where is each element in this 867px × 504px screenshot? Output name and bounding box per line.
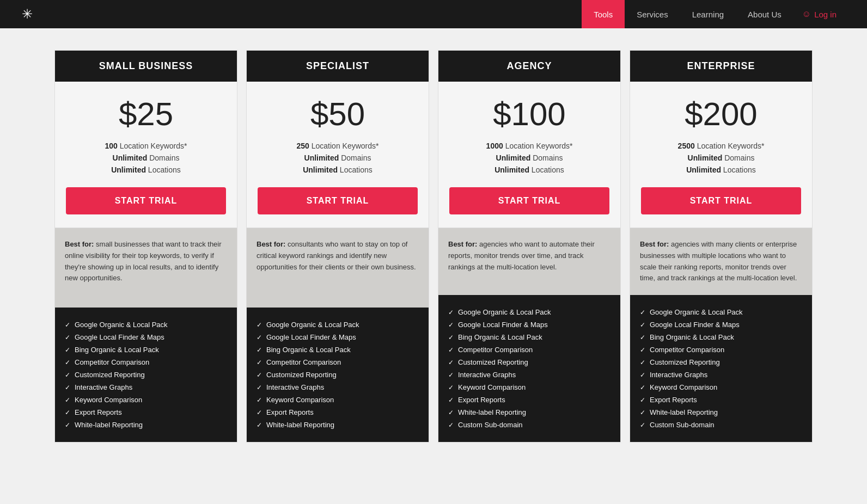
feature-label: Competitor Comparison [75, 358, 149, 366]
feature-label: Export Reports [650, 396, 697, 404]
feature-item: ✓Bing Organic & Local Pack [257, 343, 419, 356]
check-icon: ✓ [257, 334, 262, 341]
feature-item: ✓Interactive Graphs [257, 381, 419, 394]
feature-label: Keyword Comparison [458, 383, 526, 391]
feature-label: Google Local Finder & Maps [458, 321, 548, 329]
feature-label: Interactive Graphs [650, 371, 707, 379]
feature-item: ✓Google Local Finder & Maps [65, 331, 227, 343]
feature-label: White-label Reporting [75, 421, 143, 429]
check-icon: ✓ [65, 396, 70, 404]
check-icon: ✓ [65, 321, 70, 329]
feature-label: Competitor Comparison [650, 346, 724, 354]
person-icon: ☺ [802, 9, 811, 19]
check-icon: ✓ [640, 371, 645, 379]
nav-links: ToolsServicesLearningAbout Us☺Log in [582, 0, 845, 28]
check-icon: ✓ [640, 309, 645, 316]
check-icon: ✓ [65, 421, 70, 429]
feature-item: ✓Customized Reporting [65, 368, 227, 381]
feature-item: ✓Competitor Comparison [65, 356, 227, 368]
locations-item: Unlimited Locations [66, 165, 226, 174]
plan-pricing-enterprise: $2002500 Location Keywords*Unlimited Dom… [630, 82, 812, 228]
feature-item: ✓Google Organic & Local Pack [65, 318, 227, 331]
plan-pricing-agency: $1001000 Location Keywords*Unlimited Dom… [438, 82, 620, 228]
nav-link-about[interactable]: About Us [736, 0, 793, 28]
plan-features-list-enterprise: ✓Google Organic & Local Pack✓Google Loca… [630, 295, 812, 442]
plan-pricing-specialist: $50250 Location Keywords*Unlimited Domai… [247, 82, 429, 228]
feature-item: ✓White-label Reporting [257, 419, 419, 431]
feature-item: ✓Keyword Comparison [257, 394, 419, 406]
start-trial-button-small-business[interactable]: START TRIAL [66, 187, 226, 214]
navigation: ✳ ToolsServicesLearningAbout Us☺Log in [0, 0, 867, 28]
plan-best-for-agency: Best for: agencies who want to automate … [438, 228, 620, 295]
feature-item: ✓Custom Sub-domain [640, 419, 802, 431]
nav-link-services[interactable]: Services [625, 0, 680, 28]
start-trial-button-agency[interactable]: START TRIAL [449, 187, 609, 214]
feature-label: Bing Organic & Local Pack [458, 333, 542, 341]
plan-card-agency: AGENCY$1001000 Location Keywords*Unlimit… [438, 50, 621, 442]
feature-label: Google Organic & Local Pack [458, 308, 551, 316]
feature-label: Custom Sub-domain [458, 421, 523, 429]
feature-label: Competitor Comparison [266, 358, 341, 366]
feature-item: ✓Keyword Comparison [640, 381, 802, 394]
start-trial-button-specialist[interactable]: START TRIAL [258, 187, 418, 214]
domains-item: Unlimited Domains [258, 153, 418, 162]
plan-top-features-specialist: 250 Location Keywords*Unlimited DomainsU… [258, 142, 418, 174]
check-icon: ✓ [448, 359, 454, 366]
feature-label: Google Organic & Local Pack [650, 308, 743, 316]
check-icon: ✓ [448, 334, 454, 341]
feature-item: ✓Export Reports [65, 406, 227, 419]
plan-top-features-agency: 1000 Location Keywords*Unlimited Domains… [449, 142, 609, 174]
feature-label: Interactive Graphs [75, 383, 132, 391]
check-icon: ✓ [448, 409, 454, 416]
plan-header-enterprise: ENTERPRISE [630, 51, 812, 82]
feature-item: ✓White-label Reporting [448, 406, 610, 419]
feature-label: Customized Reporting [458, 358, 528, 366]
plan-best-for-enterprise: Best for: agencies with many clients or … [630, 228, 812, 295]
feature-label: Custom Sub-domain [650, 421, 715, 429]
check-icon: ✓ [448, 371, 454, 379]
login-link[interactable]: ☺Log in [793, 9, 845, 19]
feature-label: Export Reports [75, 408, 122, 416]
feature-item: ✓Google Organic & Local Pack [640, 306, 802, 318]
start-trial-button-enterprise[interactable]: START TRIAL [641, 187, 801, 214]
plan-header-specialist: SPECIALIST [247, 51, 429, 82]
login-label: Log in [814, 10, 837, 19]
plan-pricing-small-business: $25100 Location Keywords*Unlimited Domai… [55, 82, 237, 228]
feature-item: ✓White-label Reporting [65, 419, 227, 431]
nav-link-tools[interactable]: Tools [582, 0, 625, 28]
plan-top-features-small-business: 100 Location Keywords*Unlimited DomainsU… [66, 142, 226, 174]
feature-label: Keyword Comparison [650, 383, 717, 391]
check-icon: ✓ [448, 346, 454, 354]
feature-item: ✓Google Local Finder & Maps [640, 318, 802, 331]
check-icon: ✓ [257, 396, 262, 404]
feature-label: Customized Reporting [266, 371, 337, 379]
keywords-item: 100 Location Keywords* [66, 142, 226, 150]
feature-item: ✓Customized Reporting [640, 356, 802, 368]
plan-price-small-business: $25 [66, 98, 226, 131]
feature-label: Google Local Finder & Maps [75, 333, 164, 341]
feature-label: Competitor Comparison [458, 346, 533, 354]
check-icon: ✓ [448, 321, 454, 329]
plan-header-agency: AGENCY [438, 51, 620, 82]
plan-best-for-small-business: Best for: small businesses that want to … [55, 228, 237, 308]
check-icon: ✓ [448, 421, 454, 429]
plan-top-features-enterprise: 2500 Location Keywords*Unlimited Domains… [641, 142, 801, 174]
feature-item: ✓Export Reports [448, 394, 610, 406]
feature-label: Bing Organic & Local Pack [266, 346, 351, 354]
check-icon: ✓ [448, 384, 454, 391]
feature-item: ✓Competitor Comparison [448, 343, 610, 356]
pricing-grid: SMALL BUSINESS$25100 Location Keywords*U… [54, 50, 813, 442]
nav-link-learning[interactable]: Learning [680, 0, 736, 28]
domains-item: Unlimited Domains [66, 153, 226, 162]
check-icon: ✓ [448, 309, 454, 316]
plan-features-list-agency: ✓Google Organic & Local Pack✓Google Loca… [438, 295, 620, 442]
check-icon: ✓ [448, 396, 454, 404]
feature-item: ✓Interactive Graphs [640, 368, 802, 381]
check-icon: ✓ [257, 321, 262, 329]
feature-item: ✓Google Local Finder & Maps [448, 318, 610, 331]
feature-item: ✓Customized Reporting [257, 368, 419, 381]
keywords-item: 250 Location Keywords* [258, 142, 418, 150]
plan-card-small-business: SMALL BUSINESS$25100 Location Keywords*U… [54, 50, 237, 442]
feature-item: ✓Keyword Comparison [448, 381, 610, 394]
feature-item: ✓Keyword Comparison [65, 394, 227, 406]
